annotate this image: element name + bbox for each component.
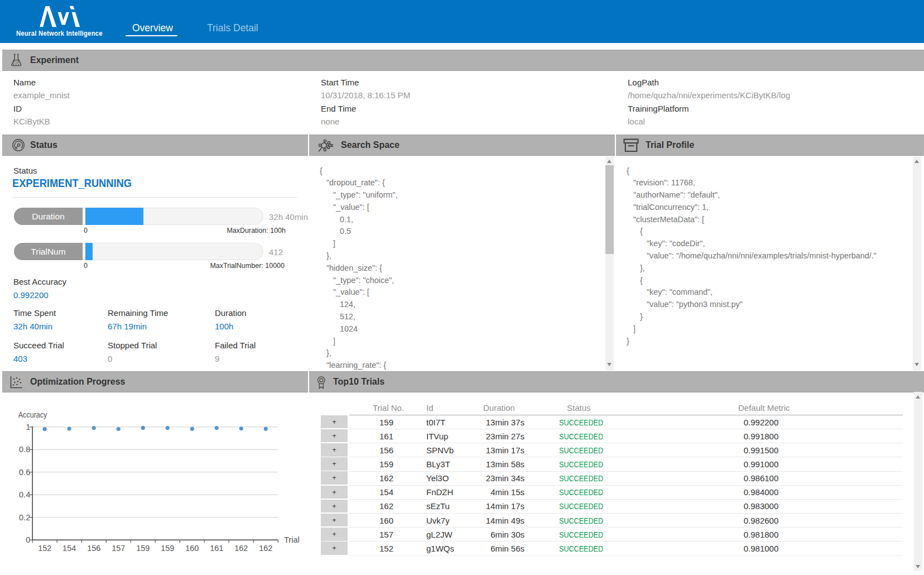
svg-text:159: 159 (161, 544, 174, 553)
svg-text:0.6: 0.6 (19, 468, 30, 477)
svg-text:162: 162 (234, 544, 248, 553)
svg-text:159: 159 (136, 544, 150, 553)
svg-text:152: 152 (38, 544, 51, 553)
svg-text:162: 162 (259, 544, 272, 553)
svg-text:0: 0 (26, 535, 30, 544)
svg-text:156: 156 (87, 544, 100, 553)
svg-text:Accuracy: Accuracy (18, 410, 47, 419)
svg-text:157: 157 (112, 544, 125, 553)
svg-text:161: 161 (210, 544, 223, 553)
svg-text:154: 154 (62, 544, 76, 553)
svg-text:0.2: 0.2 (19, 513, 30, 522)
svg-text:0.4: 0.4 (19, 490, 30, 499)
svg-text:Trial: Trial (284, 535, 300, 544)
svg-text:0.8: 0.8 (19, 445, 30, 454)
svg-text:160: 160 (185, 544, 199, 553)
svg-text:1: 1 (26, 423, 30, 432)
